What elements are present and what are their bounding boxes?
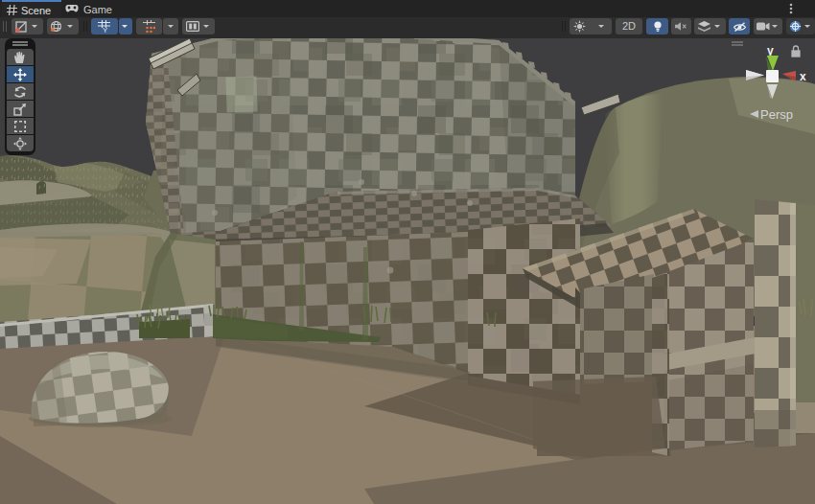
svg-text:x: x (800, 70, 806, 83)
svg-text:Y: Y (103, 26, 108, 33)
svg-text:y: y (767, 44, 774, 57)
svg-text:Persp: Persp (760, 107, 793, 122)
